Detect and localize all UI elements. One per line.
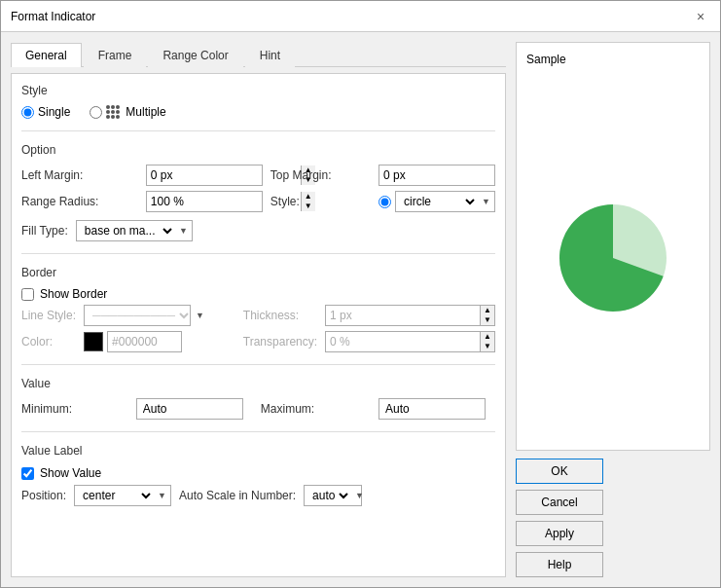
left-panel: General Frame Range Color Hint Style Sin… <box>11 42 506 577</box>
top-margin-label: Top Margin: <box>270 168 371 182</box>
tab-general[interactable]: General <box>11 43 82 67</box>
apply-button[interactable]: Apply <box>516 521 603 546</box>
option-title: Option <box>21 143 495 157</box>
sample-title: Sample <box>526 53 566 66</box>
sample-circle-container <box>526 76 700 440</box>
multiple-radio-label[interactable]: Multiple <box>90 105 165 119</box>
ok-button[interactable]: OK <box>516 459 603 484</box>
position-label: Position: <box>21 489 66 502</box>
transparency-spinners: ▲ ▼ <box>480 332 494 351</box>
value-label-section: Value Label Show Value Position: center … <box>21 444 495 506</box>
fill-row: Fill Type: base on ma... ▼ <box>21 220 495 241</box>
divider-2 <box>21 253 495 254</box>
single-radio[interactable] <box>21 106 34 119</box>
single-radio-label[interactable]: Single <box>21 105 70 119</box>
fill-type-select-wrapper[interactable]: base on ma... ▼ <box>76 220 193 241</box>
color-hex-input[interactable]: # <box>107 331 182 352</box>
value-section: Value Minimum: Maximum: <box>21 377 495 420</box>
tab-hint[interactable]: Hint <box>245 43 295 67</box>
transparency-up[interactable]: ▲ <box>481 332 494 342</box>
thickness-input[interactable]: ▲ ▼ <box>325 305 495 326</box>
content-area: Style Single <box>11 73 506 577</box>
thickness-field[interactable] <box>326 306 480 325</box>
style-select[interactable]: circle <box>400 194 478 209</box>
line-style-label: Line Style: <box>21 309 76 322</box>
divider-4 <box>21 431 495 432</box>
show-value-checkbox[interactable] <box>21 467 34 480</box>
help-button[interactable]: Help <box>516 552 603 577</box>
divider-3 <box>21 364 495 365</box>
transparency-label: Transparency: <box>243 335 317 349</box>
position-select-wrapper[interactable]: center ▼ <box>74 485 171 506</box>
color-row: # <box>84 331 235 352</box>
minimum-input[interactable] <box>136 398 243 420</box>
style-circle-radio[interactable] <box>379 196 391 208</box>
style-title: Style <box>21 84 495 97</box>
position-select[interactable]: center <box>79 488 154 503</box>
style-select-row: circle ▼ <box>379 191 495 212</box>
transparency-input[interactable]: ▲ ▼ <box>325 331 495 352</box>
line-style-select[interactable]: ────────── <box>89 308 192 323</box>
tab-bar: General Frame Range Color Hint <box>11 42 506 67</box>
thickness-label: Thickness: <box>243 309 317 322</box>
fill-type-arrow: ▼ <box>179 226 188 236</box>
tab-frame[interactable]: Frame <box>84 43 147 67</box>
style-select-arrow: ▼ <box>482 197 490 206</box>
style-select-wrapper[interactable]: circle ▼ <box>395 191 495 212</box>
auto-scale-arrow: ▼ <box>355 491 364 500</box>
top-margin-input[interactable]: ▲ ▼ <box>379 165 495 186</box>
option-section: Option Left Margin: ▲ ▼ Top Margin: <box>21 143 495 241</box>
format-indicator-dialog: Format Indicator × General Frame Range C… <box>0 0 721 588</box>
range-radius-input[interactable]: ▲ ▼ <box>146 191 263 212</box>
color-swatch[interactable] <box>84 332 103 351</box>
value-label-title: Value Label <box>21 444 495 458</box>
right-panel: Sample OK Cancel Apply Help <box>516 42 710 577</box>
border-section: Border Show Border Line Style: ─────────… <box>21 266 495 352</box>
position-arrow: ▼ <box>158 491 166 500</box>
multiple-label: Multiple <box>126 105 165 119</box>
divider-1 <box>21 130 495 131</box>
close-button[interactable]: × <box>691 7 710 26</box>
minimum-label: Minimum: <box>21 402 128 416</box>
style-section: Style Single <box>21 84 495 119</box>
maximum-label: Maximum: <box>261 402 371 416</box>
show-border-checkbox[interactable] <box>21 288 34 301</box>
tab-range-color[interactable]: Range Color <box>148 43 242 67</box>
thickness-down[interactable]: ▼ <box>481 315 494 325</box>
show-value-label: Show Value <box>40 466 101 480</box>
fill-type-label: Fill Type: <box>21 224 68 238</box>
dialog-title: Format Indicator <box>11 10 95 23</box>
show-value-row: Show Value <box>21 466 495 480</box>
thickness-spinners: ▲ ▼ <box>480 306 494 325</box>
border-grid: Line Style: ────────── ▼ Thickness: <box>21 305 495 352</box>
transparency-field[interactable] <box>326 332 480 351</box>
left-margin-label: Left Margin: <box>21 168 138 182</box>
show-border-row: Show Border <box>21 287 495 301</box>
dialog-body: General Frame Range Color Hint Style Sin… <box>1 32 720 587</box>
option-grid: Left Margin: ▲ ▼ Top Margin: <box>21 165 495 212</box>
left-margin-input[interactable]: ▲ ▼ <box>146 165 263 186</box>
line-style-arrow: ▼ <box>196 311 204 320</box>
style-row: Single <box>21 105 495 119</box>
multiple-radio[interactable] <box>90 106 102 119</box>
top-margin-field[interactable] <box>379 165 533 185</box>
button-panel: OK Cancel Apply Help <box>516 459 603 577</box>
color-label: Color: <box>21 335 76 349</box>
style-option-label: Style: <box>270 195 371 208</box>
border-title: Border <box>21 266 495 279</box>
transparency-down[interactable]: ▼ <box>481 342 494 351</box>
position-row: Position: center ▼ Auto Scale in Number:… <box>21 485 495 506</box>
sample-box: Sample <box>516 42 710 451</box>
color-hex-field[interactable] <box>119 335 177 349</box>
auto-scale-select-wrapper[interactable]: auto ▼ <box>304 485 362 506</box>
thickness-up[interactable]: ▲ <box>481 306 494 315</box>
single-label: Single <box>38 105 70 119</box>
maximum-input[interactable] <box>379 398 486 420</box>
grid-icon <box>106 105 120 119</box>
line-style-select-wrapper[interactable]: ────────── ▼ <box>84 305 191 326</box>
cancel-button[interactable]: Cancel <box>516 490 603 515</box>
fill-type-select[interactable]: base on ma... <box>81 223 175 239</box>
title-bar: Format Indicator × <box>1 1 720 32</box>
value-grid: Minimum: Maximum: <box>21 398 495 420</box>
auto-scale-select[interactable]: auto <box>308 488 351 503</box>
